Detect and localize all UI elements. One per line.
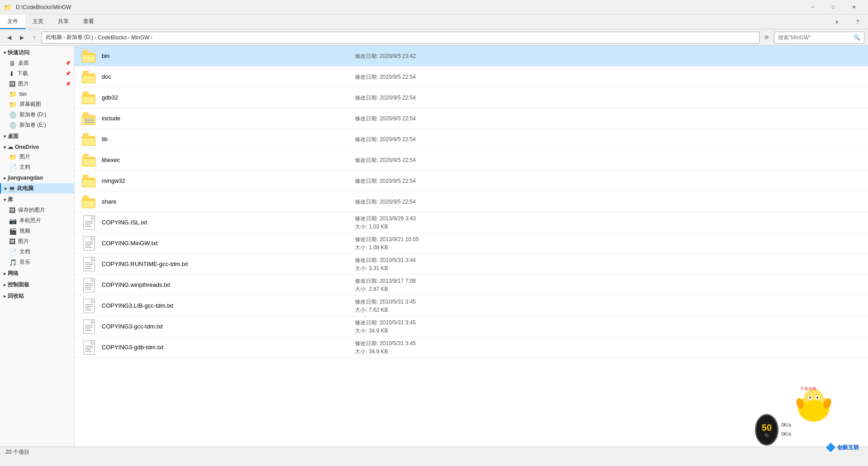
- sidebar-item-local-photos[interactable]: 📷 本机照片: [0, 215, 74, 226]
- file-row[interactable]: doc修改日期: 2020/9/5 22:54: [75, 67, 868, 87]
- refresh-button[interactable]: ⟳: [761, 32, 772, 43]
- lib-pictures-icon: 🖼: [9, 238, 15, 245]
- file-row-meta: 修改日期: 2013/9/29 3:43大小: 1.03 KB: [355, 214, 861, 231]
- sidebar-item-bin[interactable]: 📁 bin: [0, 89, 74, 99]
- svg-point-9: [795, 397, 805, 410]
- file-row[interactable]: bin修改日期: 2020/9/5 23:42: [75, 46, 868, 67]
- screenshot-icon: 📁: [9, 101, 17, 108]
- sidebar-item-saved-pics[interactable]: 🖼 保存的图片: [0, 205, 74, 215]
- od-pictures-icon: 📁: [9, 153, 17, 161]
- svg-point-2: [808, 396, 812, 399]
- close-button[interactable]: ✕: [844, 0, 864, 14]
- speed-widget: 50 % 0K/s 0K/s: [755, 412, 791, 448]
- download-speed: 0K/s: [781, 430, 791, 439]
- tab-home[interactable]: 主页: [25, 14, 51, 29]
- sidebar-item-pictures[interactable]: 🖼 图片 📌: [0, 79, 74, 89]
- file-row[interactable]: COPYING.RUNTIME-gcc-tdm.txt修改日期: 2010/5/…: [75, 254, 868, 275]
- file-row[interactable]: include修改日期: 2020/9/5 22:54: [75, 108, 868, 129]
- breadcrumb-mingw[interactable]: MinGW: [131, 34, 149, 41]
- sidebar-header-desktop[interactable]: ▾ 桌面: [0, 131, 74, 142]
- sidebar-section-controlpanel: ▸ 控制面板: [0, 280, 74, 290]
- downloads-icon: ⬇: [9, 70, 14, 77]
- folder-icon: [82, 132, 96, 147]
- svg-point-6: [800, 400, 827, 420]
- file-row-meta: 修改日期: 2020/9/5 22:54: [355, 73, 861, 81]
- sidebar-item-drived[interactable]: 💿 新加卷 (D:): [0, 109, 74, 120]
- file-row[interactable]: COPYING.MinGW.txt修改日期: 2013/9/21 10:55大小…: [75, 233, 868, 254]
- svg-point-8: [822, 397, 832, 410]
- file-row[interactable]: share修改日期: 2020/9/5 22:54: [75, 191, 868, 212]
- address-path-bar[interactable]: 此电脑 › 新加卷 (D:) › CodeBlocks › MinGW ›: [42, 32, 760, 43]
- file-row[interactable]: COPYING3-gdb-tdm.txt修改日期: 2010/5/31 3:45…: [75, 337, 868, 358]
- breadcrumb-codeblocks[interactable]: CodeBlocks: [98, 34, 127, 41]
- file-row[interactable]: gdb32修改日期: 2020/9/5 22:54: [75, 87, 868, 108]
- brand-logo: 🔷 创新互联: [826, 442, 859, 452]
- folder-icon: 📁: [9, 90, 17, 98]
- txt-icon: [82, 236, 96, 251]
- up-button[interactable]: ↑: [29, 32, 40, 43]
- sidebar-item-music[interactable]: 🎵 音乐: [0, 257, 74, 267]
- drived-icon: 💿: [9, 111, 17, 119]
- breadcrumb-drive[interactable]: 新加卷 (D:): [66, 33, 93, 41]
- sidebar-header-onedrive[interactable]: ▾ ☁ OneDrive: [0, 143, 74, 152]
- sidebar-item-lib-docs[interactable]: 📄 文档: [0, 247, 74, 257]
- chevron-icon6: ▸: [4, 271, 6, 276]
- sidebar-item-screenshot[interactable]: 📁 屏幕截图: [0, 99, 74, 109]
- ribbon-expand-button[interactable]: ∧: [826, 14, 847, 29]
- title-bar: 📁 D:\CodeBlocks\MinGW ─ □ ✕: [0, 0, 868, 14]
- sidebar-item-downloads[interactable]: ⬇ 下载 📌: [0, 68, 74, 79]
- back-button[interactable]: ◀: [4, 32, 14, 43]
- minimize-button[interactable]: ─: [802, 0, 823, 14]
- sidebar-header-controlpanel[interactable]: ▸ 控制面板: [0, 280, 74, 290]
- sidebar-section-jianguangdao: ▸ jianguangdao: [0, 173, 74, 182]
- music-icon: 🎵: [9, 259, 17, 266]
- sidebar-header-network[interactable]: ▸ 网络: [0, 268, 74, 279]
- txt-icon: [82, 215, 96, 230]
- forward-button[interactable]: ▶: [16, 32, 27, 43]
- sidebar-header-jianguangdao[interactable]: ▸ jianguangdao: [0, 173, 74, 182]
- title-bar-icon: 📁: [4, 4, 11, 11]
- folder-icon: [82, 153, 96, 167]
- sidebar-item-video[interactable]: 🎬 视频: [0, 226, 74, 236]
- file-row-meta: 修改日期: 2020/9/5 22:54: [355, 177, 861, 185]
- sidebar-header-quickaccess[interactable]: ▾ 快速访问: [0, 48, 74, 58]
- item-count: 20 个项目: [5, 448, 29, 456]
- file-row[interactable]: libexec修改日期: 2020/9/5 22:54: [75, 150, 868, 171]
- sidebar-header-library[interactable]: ▾ 库: [0, 195, 74, 205]
- file-row-meta: 修改日期: 2010/5/31 3:45大小: 34.9 KB: [355, 339, 861, 356]
- help-button[interactable]: ?: [847, 14, 868, 29]
- file-row-name: COPYING3-gcc-tdm.txt: [102, 323, 355, 330]
- file-row[interactable]: COPYING.winpthreads.txt修改日期: 2013/9/17 7…: [75, 275, 868, 295]
- saved-pics-icon: 🖼: [9, 207, 15, 214]
- sidebar-item-desktop[interactable]: 🖥 桌面 📌: [0, 58, 74, 68]
- file-row-name: COPYING3-gdb-tdm.txt: [102, 344, 355, 351]
- sidebar-item-od-pictures[interactable]: 📁 图片: [0, 152, 74, 162]
- search-input[interactable]: [778, 34, 854, 41]
- file-row-name: include: [102, 115, 355, 122]
- tab-share[interactable]: 共享: [51, 14, 76, 29]
- sidebar-section-thispc: ▸ 💻 此电脑: [0, 183, 74, 194]
- sidebar-item-od-docs[interactable]: 📄 文档: [0, 162, 74, 172]
- file-row[interactable]: COPYING.ISL.txt修改日期: 2013/9/29 3:43大小: 1…: [75, 212, 868, 233]
- search-box[interactable]: 🔍: [774, 32, 864, 43]
- file-row[interactable]: COPYING3-gcc-tdm.txt修改日期: 2010/5/31 3:45…: [75, 316, 868, 337]
- file-row[interactable]: mingw32修改日期: 2020/9/5 22:54: [75, 171, 868, 191]
- sidebar-header-thispc[interactable]: ▸ 💻 此电脑: [0, 183, 74, 194]
- sidebar-item-drivee[interactable]: 💿 新加卷 (E:): [0, 120, 74, 130]
- sidebar-section-library: ▾ 库 🖼 保存的图片 📷 本机照片 🎬 视频 🖼 图片 📄 文档: [0, 195, 74, 267]
- tab-file[interactable]: 文件: [0, 14, 25, 29]
- maximize-button[interactable]: □: [823, 0, 844, 14]
- upload-speed: 0K/s: [781, 421, 791, 430]
- chevron-icon: ▾: [4, 134, 6, 139]
- tab-view[interactable]: 查看: [76, 14, 101, 29]
- folder-icon: [82, 111, 96, 126]
- sidebar-item-lib-pictures[interactable]: 🖼 图片: [0, 236, 74, 247]
- folder-icon: [82, 174, 96, 188]
- window-controls: ─ □ ✕: [802, 0, 864, 14]
- sidebar: ▾ 快速访问 🖥 桌面 📌 ⬇ 下载 📌 🖼 图片 📌 📁 bin: [0, 46, 75, 447]
- sidebar-header-recycle[interactable]: ▸ 回收站: [0, 291, 74, 301]
- breadcrumb-computer[interactable]: 此电脑: [46, 33, 62, 41]
- file-row[interactable]: COPYING3.LIB-gcc-tdm.txt修改日期: 2010/5/31 …: [75, 295, 868, 316]
- lib-docs-icon: 📄: [9, 248, 17, 256]
- file-row[interactable]: lib修改日期: 2020/9/5 22:54: [75, 129, 868, 150]
